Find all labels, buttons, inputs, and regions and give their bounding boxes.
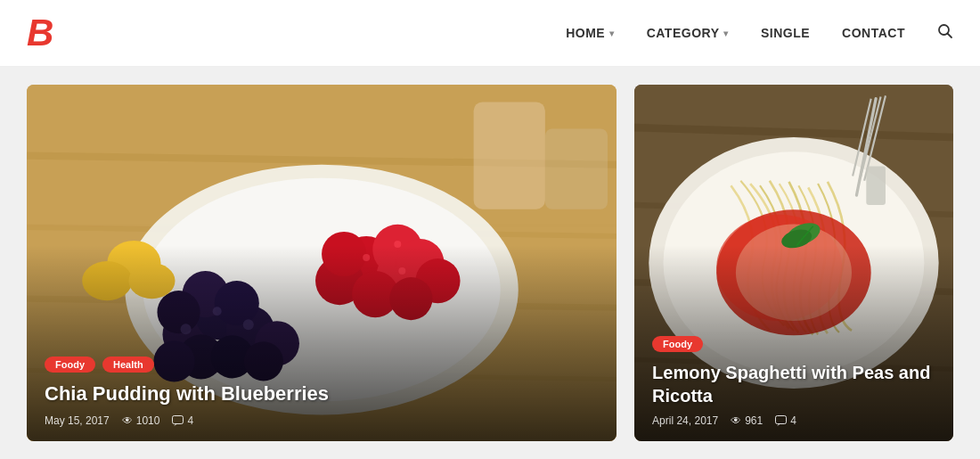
header: B HOME ▾ CATEGORY ▾ SINGLE CONTACT (0, 0, 980, 67)
search-icon[interactable] (937, 23, 953, 43)
logo[interactable]: B (27, 14, 53, 52)
eye-icon: 👁 (122, 414, 133, 427)
card-2-comments: 4 (775, 414, 796, 427)
navigation: HOME ▾ CATEGORY ▾ SINGLE CONTACT (566, 23, 953, 43)
tag-foody-2[interactable]: Foody (652, 336, 703, 352)
svg-rect-40 (173, 416, 184, 424)
card-1-tags: Foody Health (45, 357, 599, 373)
nav-category[interactable]: CATEGORY ▾ (647, 26, 729, 40)
card-1[interactable]: Foody Health Chia Pudding with Blueberri… (27, 85, 617, 441)
svg-rect-59 (866, 167, 886, 205)
card-1-meta: May 15, 2017 👁 1010 4 (45, 414, 599, 427)
nav-contact[interactable]: CONTACT (842, 26, 905, 40)
card-2-views: 👁 961 (731, 414, 763, 427)
nav-home[interactable]: HOME ▾ (566, 26, 615, 40)
card-2-tags: Foody (652, 336, 935, 352)
card-1-views: 👁 1010 (122, 414, 160, 427)
card-1-comments: 4 (172, 414, 193, 427)
main-content: Foody Health Chia Pudding with Blueberri… (0, 67, 980, 459)
card-2-title: Lemony Spaghetti with Peas and Ricotta (652, 361, 935, 407)
card-1-date: May 15, 2017 (45, 414, 110, 427)
category-chevron-icon: ▾ (723, 29, 729, 38)
nav-single[interactable]: SINGLE (761, 26, 810, 40)
tag-health[interactable]: Health (102, 357, 154, 373)
card-2-meta: April 24, 2017 👁 961 4 (652, 414, 935, 427)
card-1-title: Chia Pudding with Blueberries (45, 381, 599, 407)
svg-rect-38 (474, 102, 545, 209)
card-2-content: Foody Lemony Spaghetti with Peas and Ric… (634, 322, 953, 441)
card-1-content: Foody Health Chia Pudding with Blueberri… (27, 342, 617, 441)
eye-icon-2: 👁 (731, 414, 741, 427)
home-chevron-icon: ▾ (609, 29, 615, 38)
tag-foody-1[interactable]: Foody (45, 357, 95, 373)
card-2-date: April 24, 2017 (652, 414, 718, 427)
svg-rect-39 (545, 129, 608, 209)
card-2[interactable]: Foody Lemony Spaghetti with Peas and Ric… (634, 85, 953, 441)
svg-line-1 (948, 34, 952, 38)
svg-rect-60 (776, 416, 787, 424)
